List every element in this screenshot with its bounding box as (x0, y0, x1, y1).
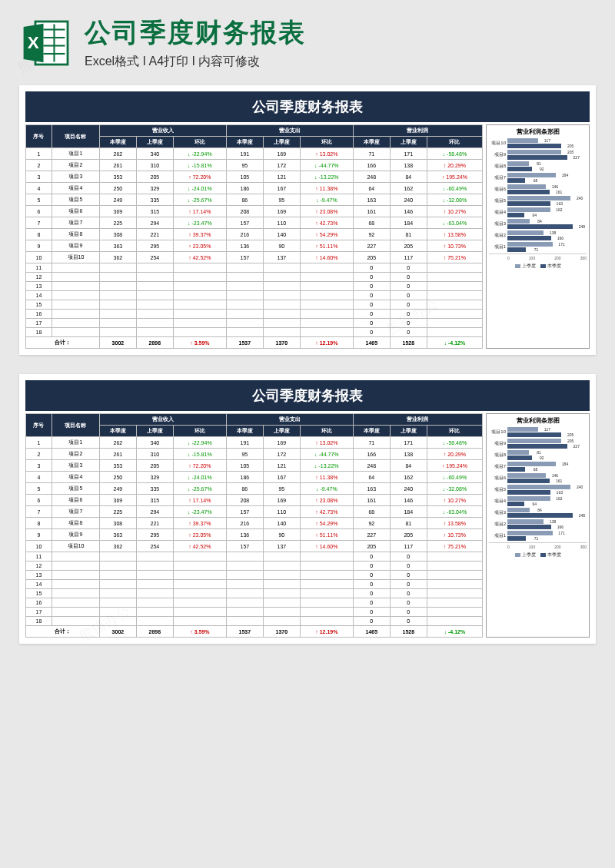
chart-row: 项目384248 (489, 508, 587, 518)
col-change: 环比 (300, 137, 353, 148)
col-prev: 上季度 (136, 426, 173, 437)
chart-row: 项目117171 (489, 531, 587, 541)
finance-table: 序号项目名称营业收入营业支出营业利润本季度上季度环比本季度上季度环比本季度上季度… (25, 413, 483, 638)
chart-row: 项目2138166 (489, 230, 587, 240)
table-row: 1400 (26, 580, 483, 589)
table-row: 9项目9363295↑ 23.05%13690↑ 51.11%227205↑ 1… (26, 240, 483, 252)
finance-table: 序号项目名称营业收入营业支出营业利润本季度上季度环比本季度上季度环比本季度上季度… (25, 124, 483, 349)
col-curr: 本季度 (99, 137, 136, 148)
chart-row: 项目2138166 (489, 519, 587, 529)
sheet-title: 公司季度财务报表 (25, 91, 590, 122)
table-row: 1200 (26, 562, 483, 571)
page-title: 公司季度财务报表 (85, 15, 596, 51)
chart-row: 项目384248 (489, 219, 587, 229)
table-row: 6项目6369315↑ 17.14%208169↑ 23.08%161146↑ … (26, 206, 483, 217)
col-prev: 上季度 (136, 137, 173, 148)
chart-row: 项目88192 (489, 450, 587, 460)
excel-icon: X (19, 16, 73, 70)
col-change: 环比 (173, 426, 226, 437)
table-row: 1项目1262340↓ -22.94%191169↑ 13.02%71171↓ … (26, 437, 483, 449)
col-prev: 上季度 (263, 426, 300, 437)
table-row: 3项目3353205↑ 72.20%105121↓ -13.22%24884↑ … (26, 171, 483, 183)
col-prev: 上季度 (390, 137, 427, 148)
col-change: 环比 (427, 137, 482, 148)
table-row: 3项目3353205↑ 72.20%105121↓ -13.22%24884↑ … (26, 460, 483, 472)
table-row: 4项目4250329↓ -24.01%186167↑ 11.38%64162↓ … (26, 183, 483, 194)
table-row: 1500 (26, 300, 483, 310)
col-seq: 序号 (26, 125, 52, 148)
chart-row: 项目718468 (489, 173, 587, 183)
table-row: 1300 (26, 571, 483, 580)
chart-row: 项目9205227 (489, 439, 587, 449)
chart-row: 项目416264 (489, 207, 587, 217)
chart-row: 项目10117205 (489, 427, 587, 437)
sheet-preview-2: 公司季度财务报表序号项目名称营业收入营业支出营业利润本季度上季度环比本季度上季度… (19, 374, 596, 644)
chart-row: 项目10117205 (489, 138, 587, 148)
col-curr: 本季度 (226, 426, 263, 437)
sheets-container: 公司季度财务报表序号项目名称营业收入营业支出营业利润本季度上季度环比本季度上季度… (0, 78, 615, 663)
table-row: 2项目2261310↓ -15.81%95172↓ -44.77%166138↑… (26, 449, 483, 460)
chart-title: 营业利润条形图 (489, 416, 587, 425)
totals-row: 合计：30022898↑ 3.59%15371370↑ 12.19%146515… (26, 626, 483, 638)
table-row: 5项目5249335↓ -25.67%8695↓ -9.47%163240↓ -… (26, 194, 483, 206)
sheet-preview-1: 公司季度财务报表序号项目名称营业收入营业支出营业利润本季度上季度环比本季度上季度… (19, 85, 596, 355)
colgroup-profit: 营业利润 (353, 414, 482, 426)
table-row: 1项目1262340↓ -22.94%191169↑ 13.02%71171↓ … (26, 148, 483, 160)
table-row: 6项目6369315↑ 17.14%208169↑ 23.08%161146↑ … (26, 495, 483, 506)
table-row: 5项目5249335↓ -25.67%8695↓ -9.47%163240↓ -… (26, 483, 483, 495)
table-row: 9项目9363295↑ 23.05%13690↑ 51.11%227205↑ 1… (26, 529, 483, 541)
table-row: 8项目8308221↑ 39.37%216140↑ 54.29%9281↑ 13… (26, 229, 483, 240)
col-curr: 本季度 (99, 426, 136, 437)
chart-axis: 0100200300 (489, 253, 587, 260)
chart-legend: 上季度本季度 (489, 263, 587, 270)
template-header: X 公司季度财务报表 Excel格式 I A4打印 I 内容可修改 (0, 0, 615, 78)
table-row: 8项目8308221↑ 39.37%216140↑ 54.29%9281↑ 13… (26, 518, 483, 529)
table-row: 4项目4250329↓ -24.01%186167↑ 11.38%64162↓ … (26, 472, 483, 483)
table-row: 1500 (26, 589, 483, 598)
table-row: 1700 (26, 319, 483, 328)
chart-row: 项目6146161 (489, 184, 587, 194)
col-curr: 本季度 (353, 426, 390, 437)
table-row: 10项目10362254↑ 42.52%157137↑ 14.60%205117… (26, 252, 483, 263)
table-row: 1100 (26, 263, 483, 273)
chart-row: 项目5240163 (489, 485, 587, 495)
table-row: 1200 (26, 273, 483, 282)
table-row: 2项目2261310↓ -15.81%95172↓ -44.77%166138↑… (26, 160, 483, 171)
colgroup-revenue: 营业收入 (99, 414, 226, 426)
col-prev: 上季度 (390, 426, 427, 437)
col-curr: 本季度 (226, 137, 263, 148)
chart-legend: 上季度本季度 (489, 552, 587, 558)
chart-row: 项目718468 (489, 462, 587, 472)
sheet-title: 公司季度财务报表 (25, 380, 590, 411)
table-row: 1800 (26, 617, 483, 626)
page-subtitle: Excel格式 I A4打印 I 内容可修改 (85, 54, 596, 70)
col-change: 环比 (300, 426, 353, 437)
chart-row: 项目88192 (489, 161, 587, 171)
table-row: 1600 (26, 598, 483, 608)
chart-row: 项目6146161 (489, 473, 587, 483)
table-row: 7项目7225294↓ -23.47%157110↑ 42.73%68184↓ … (26, 217, 483, 229)
chart-row: 项目416264 (489, 496, 587, 506)
colgroup-profit: 营业利润 (353, 125, 482, 137)
colgroup-expense: 营业支出 (226, 414, 353, 426)
table-row: 1300 (26, 282, 483, 291)
col-name: 项目名称 (52, 414, 99, 437)
profit-bar-chart: 营业利润条形图项目10117205项目9205227项目88192项目71846… (486, 124, 590, 349)
colgroup-expense: 营业支出 (226, 125, 353, 137)
colgroup-revenue: 营业收入 (99, 125, 226, 137)
col-seq: 序号 (26, 414, 52, 437)
chart-row: 项目5240163 (489, 196, 587, 206)
table-row: 7项目7225294↓ -23.47%157110↑ 42.73%68184↓ … (26, 506, 483, 518)
profit-bar-chart: 营业利润条形图项目10117205项目9205227项目88192项目71846… (486, 413, 590, 638)
table-row: 10项目10362254↑ 42.52%157137↑ 14.60%205117… (26, 541, 483, 552)
table-row: 1700 (26, 608, 483, 617)
table-row: 1100 (26, 552, 483, 562)
chart-row: 项目9205227 (489, 150, 587, 160)
totals-row: 合计：30022898↑ 3.59%15371370↑ 12.19%146515… (26, 337, 483, 349)
chart-axis: 0100200300 (489, 542, 587, 549)
col-change: 环比 (173, 137, 226, 148)
col-name: 项目名称 (52, 125, 99, 148)
table-row: 1600 (26, 310, 483, 319)
col-change: 环比 (427, 426, 482, 437)
chart-row: 项目117171 (489, 242, 587, 252)
